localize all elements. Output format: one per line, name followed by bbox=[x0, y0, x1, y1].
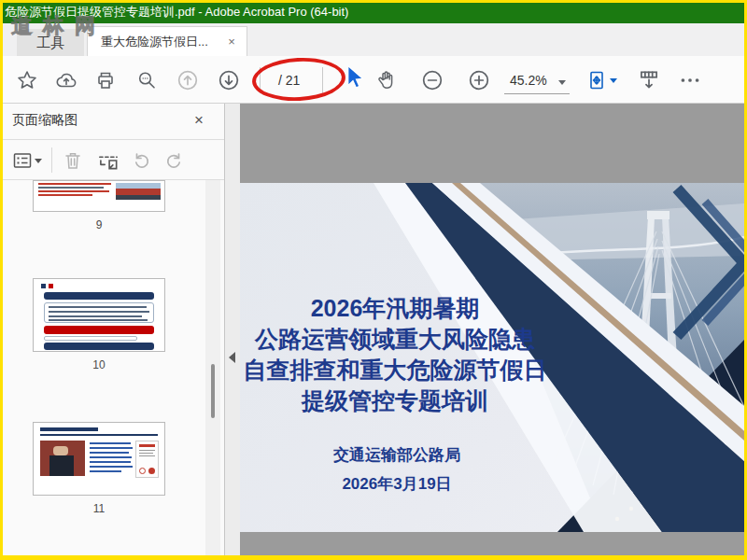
window-border-left bbox=[0, 0, 3, 560]
zoom-level-value: 45.2% bbox=[510, 73, 547, 88]
zoom-in-icon[interactable] bbox=[467, 68, 491, 92]
slide-organization: 交通运输部公路局 bbox=[240, 444, 554, 466]
thumbnail-options-chevron-icon[interactable] bbox=[33, 148, 44, 173]
window-border-bottom bbox=[0, 555, 747, 560]
main-toolbar: / 21 45.2% bbox=[0, 56, 747, 104]
rotate-clockwise-icon[interactable] bbox=[162, 148, 186, 173]
tab-document[interactable]: 重大危险源节假日... × bbox=[87, 26, 247, 56]
next-page-icon[interactable] bbox=[217, 68, 241, 92]
slide-title-line-2: 公路运营领域重大风险隐患 bbox=[240, 324, 550, 355]
tab-document-label: 重大危险源节假日... bbox=[101, 35, 208, 49]
thumbnails-toolbar bbox=[3, 140, 224, 180]
zoom-level-dropdown[interactable]: 45.2% bbox=[504, 68, 570, 94]
slide-title-line-3: 自查排查和重大危险源节假日 bbox=[240, 355, 550, 385]
watermark-text: 道林网 bbox=[11, 12, 106, 40]
mouse-cursor-icon bbox=[342, 63, 366, 95]
more-tools-icon[interactable] bbox=[678, 68, 702, 92]
panel-splitter[interactable] bbox=[224, 104, 240, 555]
star-favorites-icon[interactable] bbox=[15, 68, 39, 92]
page-thumbnail-11[interactable] bbox=[33, 422, 165, 496]
window-border-top bbox=[0, 0, 747, 3]
page-thumbnail-10[interactable] bbox=[33, 278, 165, 352]
page-label-10: 10 bbox=[33, 358, 165, 371]
slide-title-line-1: 2026年汛期暑期 bbox=[240, 293, 550, 324]
search-icon[interactable] bbox=[134, 68, 159, 92]
share-cloud-upload-icon[interactable] bbox=[54, 68, 78, 92]
print-icon[interactable] bbox=[93, 68, 118, 92]
insert-pages-icon[interactable] bbox=[96, 148, 120, 173]
thumbnail-options-icon[interactable] bbox=[10, 148, 35, 173]
slide-title-line-4: 提级管控专题培训 bbox=[240, 385, 550, 416]
tab-bar: 工具 重大危险源节假日... × bbox=[0, 23, 747, 56]
scroll-mode-icon[interactable] bbox=[637, 68, 661, 92]
page-label-9: 9 bbox=[33, 218, 165, 231]
fit-page-icon[interactable] bbox=[585, 68, 609, 92]
panel-close-icon[interactable]: × bbox=[188, 109, 210, 132]
thumbnails-scrollbar[interactable] bbox=[205, 180, 220, 555]
page-label-11: 11 bbox=[33, 502, 165, 515]
slide-date: 2026年3月19日 bbox=[240, 473, 554, 495]
thumbnails-panel-title: 页面缩略图 bbox=[12, 112, 78, 129]
rotate-counterclockwise-icon[interactable] bbox=[130, 148, 154, 173]
acrobat-window: 危险源节假日提级管控专题培训.pdf - Adobe Acrobat Pro (… bbox=[0, 0, 747, 560]
thumbnails-panel-header: 页面缩略图 × bbox=[3, 104, 224, 139]
hand-tool-icon[interactable] bbox=[374, 68, 398, 92]
collapse-panel-icon[interactable] bbox=[229, 352, 235, 363]
zoom-out-icon[interactable] bbox=[420, 68, 444, 92]
page-thumbnail-9[interactable] bbox=[33, 180, 165, 212]
scrollbar-thumb[interactable] bbox=[211, 364, 215, 418]
chevron-down-icon bbox=[558, 80, 566, 85]
delete-page-icon[interactable] bbox=[61, 148, 85, 173]
previous-page-icon[interactable] bbox=[176, 68, 200, 92]
window-titlebar: 危险源节假日提级管控专题培训.pdf - Adobe Acrobat Pro (… bbox=[0, 0, 747, 23]
document-viewer[interactable]: 2026年汛期暑期 公路运营领域重大风险隐患 自查排查和重大危险源节假日 提级管… bbox=[240, 104, 744, 555]
thumbnails-panel: 页面缩略图 × bbox=[3, 104, 224, 555]
pdf-page: 2026年汛期暑期 公路运营领域重大风险隐患 自查排查和重大危险源节假日 提级管… bbox=[240, 183, 744, 532]
tab-close-icon[interactable]: × bbox=[224, 27, 239, 56]
slide-title: 2026年汛期暑期 公路运营领域重大风险隐患 自查排查和重大危险源节假日 提级管… bbox=[240, 293, 550, 416]
fit-page-chevron-icon[interactable] bbox=[607, 68, 620, 92]
